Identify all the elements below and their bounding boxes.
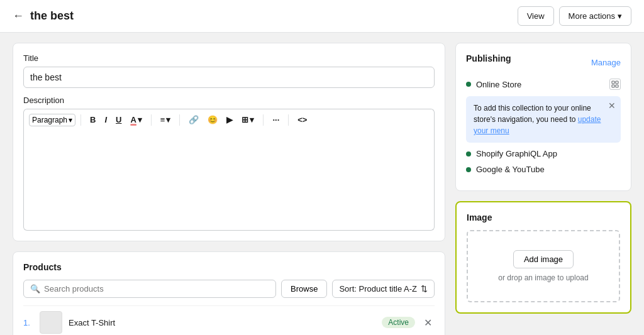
- online-store-label: Online Store: [476, 80, 521, 89]
- table-row: 1. Exact T-Shirt Active ✕: [23, 305, 435, 335]
- align-chevron: ▾: [166, 115, 170, 124]
- align-group: ≡ ▾: [157, 113, 175, 126]
- title-input[interactable]: [23, 67, 435, 88]
- table-button[interactable]: ⊞ ▾: [238, 113, 258, 126]
- publishing-card: Publishing Manage Online Store ✕: [455, 43, 631, 191]
- image-title: Image: [467, 212, 620, 222]
- view-button[interactable]: View: [518, 6, 554, 26]
- back-button[interactable]: ←: [13, 9, 24, 23]
- svg-rect-1: [616, 81, 618, 84]
- font-color-button[interactable]: A ▾: [126, 113, 145, 126]
- description-editor[interactable]: [23, 130, 435, 231]
- sort-label: Sort: Product title A-Z: [339, 284, 417, 294]
- online-store-status-dot: [466, 82, 471, 87]
- svg-rect-0: [612, 81, 614, 84]
- main-content: Title Description Paragraph ▾ B I U A: [0, 33, 644, 335]
- italic-button[interactable]: I: [101, 113, 111, 126]
- editor-toolbar: Paragraph ▾ B I U A ▾ ≡: [23, 109, 435, 130]
- header-right: View More actions ▾: [518, 6, 631, 26]
- emoji-button[interactable]: 😊: [204, 113, 221, 126]
- media-button[interactable]: ▶: [223, 113, 236, 126]
- add-image-button[interactable]: Add image: [513, 250, 574, 268]
- text-format-group: B I U A ▾: [86, 113, 146, 126]
- google-youtube-label: Google & YouTube: [476, 165, 545, 174]
- title-label: Title: [23, 53, 435, 63]
- svg-rect-2: [612, 85, 614, 87]
- header-left: ← the best: [13, 9, 74, 23]
- product-number: 1.: [23, 318, 33, 327]
- info-close-button[interactable]: ✕: [608, 101, 616, 110]
- font-color-chevron: ▾: [138, 115, 142, 124]
- remove-product-button[interactable]: ✕: [421, 316, 435, 330]
- align-button[interactable]: ≡ ▾: [157, 113, 175, 126]
- extra-group: ···: [269, 113, 283, 126]
- info-box: ✕ To add this collection to your online …: [466, 96, 621, 143]
- paragraph-chevron-icon: ▾: [69, 116, 72, 124]
- search-wrap: 🔍: [23, 280, 276, 298]
- more-actions-button[interactable]: More actions ▾: [559, 6, 631, 26]
- align-icon: ≡: [160, 115, 165, 124]
- search-input[interactable]: [44, 284, 269, 294]
- paragraph-group: Paragraph ▾: [29, 114, 75, 126]
- app-header: ← the best View More actions ▾: [0, 0, 644, 33]
- paragraph-select[interactable]: Paragraph ▾: [29, 114, 75, 126]
- left-column: Title Description Paragraph ▾ B I U A: [13, 43, 445, 335]
- insert-group: 🔗 😊 ▶ ⊞ ▾: [185, 113, 258, 126]
- status-badge: Active: [382, 317, 415, 328]
- sort-select[interactable]: Sort: Product title A-Z ⇅: [332, 280, 435, 298]
- code-button[interactable]: <>: [294, 113, 311, 126]
- info-message: To add this collection to your online st…: [474, 104, 591, 124]
- table-icon: ⊞: [242, 115, 248, 124]
- underline-button[interactable]: U: [112, 113, 125, 126]
- toolbar-divider-4: [263, 114, 264, 126]
- search-icon: 🔍: [30, 284, 40, 294]
- upload-hint: or drop an image to upload: [480, 273, 606, 282]
- graphiql-status-dot: [466, 151, 471, 157]
- link-button[interactable]: 🔗: [185, 113, 203, 126]
- sort-chevron-icon: ⇅: [421, 284, 428, 294]
- page-title: the best: [30, 9, 74, 23]
- toolbar-divider-1: [80, 114, 81, 126]
- bold-button[interactable]: B: [86, 113, 99, 126]
- toolbar-divider-3: [179, 114, 180, 126]
- paragraph-label: Paragraph: [32, 116, 67, 124]
- more-actions-label: More actions: [569, 11, 615, 21]
- font-color-label: A: [130, 115, 136, 124]
- table-chevron: ▾: [250, 115, 254, 124]
- graphiql-item: Shopify GraphiQL App: [466, 149, 621, 158]
- product-name: Exact T-Shirt: [69, 318, 375, 327]
- more-toolbar-button[interactable]: ···: [269, 113, 283, 126]
- right-column: Publishing Manage Online Store ✕: [455, 43, 631, 335]
- products-controls: 🔍 Browse Sort: Product title A-Z ⇅: [23, 280, 435, 298]
- google-youtube-status-dot: [466, 167, 471, 172]
- image-card: Image Add image or drop an image to uplo…: [455, 201, 631, 314]
- description-label: Description: [23, 96, 435, 105]
- online-store-icon[interactable]: [609, 79, 621, 90]
- chevron-down-icon: ▾: [618, 11, 622, 21]
- browse-button[interactable]: Browse: [281, 280, 327, 298]
- graphiql-label: Shopify GraphiQL App: [476, 149, 557, 158]
- products-card: Products 🔍 Browse Sort: Product title A-…: [13, 251, 445, 335]
- toolbar-divider-5: [288, 114, 289, 126]
- title-description-card: Title Description Paragraph ▾ B I U A: [13, 43, 445, 241]
- publishing-header: Publishing Manage: [466, 53, 621, 71]
- upload-area[interactable]: Add image or drop an image to upload: [467, 230, 620, 302]
- svg-rect-3: [616, 85, 618, 87]
- products-title: Products: [23, 262, 435, 272]
- online-store-item: Online Store: [466, 79, 621, 90]
- publishing-title: Publishing: [466, 53, 511, 63]
- product-thumbnail: [40, 311, 62, 334]
- toolbar-divider-2: [151, 114, 152, 126]
- google-youtube-item: Google & YouTube: [466, 165, 621, 174]
- manage-link[interactable]: Manage: [591, 58, 621, 67]
